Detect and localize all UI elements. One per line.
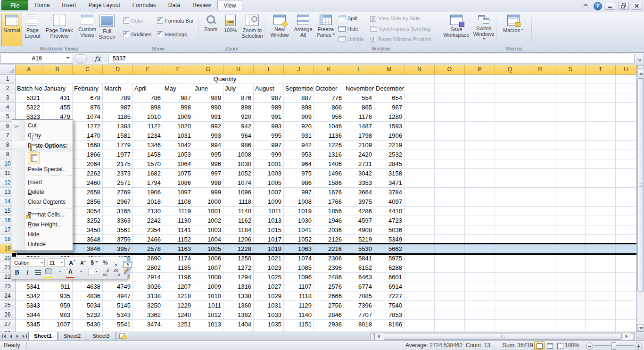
cell-I15[interactable]: 1011 <box>254 207 284 216</box>
cell-A24[interactable]: 5342 <box>16 292 42 301</box>
cell-R9[interactable] <box>525 150 555 159</box>
cell-R19[interactable] <box>525 244 555 254</box>
cell-F9[interactable]: 1053 <box>163 150 193 159</box>
cell-I20[interactable]: 1021 <box>254 254 284 263</box>
row-header-27[interactable]: 27 <box>0 320 16 329</box>
cell-P12[interactable] <box>465 178 495 188</box>
menu-item-paste-options[interactable]: Paste Options: <box>12 141 73 151</box>
cell-B26[interactable]: 983 <box>42 310 73 320</box>
cell-P23[interactable] <box>465 282 495 292</box>
cell-B2[interactable]: January <box>42 84 73 93</box>
column-header-A[interactable]: A <box>16 65 42 75</box>
cell-E7[interactable]: 1234 <box>133 131 163 141</box>
cell-O6[interactable] <box>435 122 465 131</box>
column-header-D[interactable]: D <box>103 65 133 75</box>
cell-H23[interactable]: 1316 <box>223 282 254 292</box>
cell-P26[interactable] <box>465 310 495 320</box>
cell-U1[interactable] <box>616 75 636 84</box>
cell-M7[interactable]: 1906 <box>374 131 405 141</box>
cell-D2[interactable]: March <box>103 84 133 93</box>
cell-J21[interactable]: 1085 <box>284 263 314 273</box>
cell-M10[interactable]: 2845 <box>374 159 405 169</box>
cell-G24[interactable]: 1010 <box>193 292 223 301</box>
cell-I8[interactable]: 997 <box>254 141 284 150</box>
cell-E21[interactable]: 2802 <box>133 263 163 273</box>
cell-C17[interactable]: 3450 <box>73 225 103 235</box>
cell-K19[interactable]: 2216 <box>314 244 344 254</box>
cell-A4[interactable]: 5322 <box>16 103 42 112</box>
cell-T22[interactable] <box>586 273 616 282</box>
cell-S21[interactable] <box>555 263 586 273</box>
menu-item-unhide[interactable]: Unhide <box>12 240 73 250</box>
cell-U26[interactable] <box>616 310 636 320</box>
cell-E4[interactable]: 898 <box>133 103 163 112</box>
cell-O23[interactable] <box>435 282 465 292</box>
name-box[interactable]: A19 <box>0 54 73 64</box>
cell-L19[interactable]: 5530 <box>344 244 374 254</box>
cell-M11[interactable]: 3158 <box>374 169 405 178</box>
cell-C3[interactable]: 678 <box>73 93 103 103</box>
cell-P1[interactable] <box>465 75 495 84</box>
cell-Q16[interactable] <box>495 216 525 225</box>
cell-T14[interactable] <box>586 197 616 207</box>
cell-I22[interactable]: 1025 <box>254 273 284 282</box>
cell-P16[interactable] <box>465 216 495 225</box>
cell-E11[interactable]: 1682 <box>133 169 163 178</box>
freeze-panes-button[interactable]: Freeze Panes <box>315 13 337 46</box>
cell-F7[interactable]: 1031 <box>163 131 193 141</box>
cell-C2[interactable]: February <box>73 84 103 93</box>
cell-G22[interactable]: 1008 <box>193 273 223 282</box>
cell-R2[interactable] <box>525 84 555 93</box>
cell-N6[interactable] <box>405 122 435 131</box>
cell-G2[interactable]: June <box>193 84 223 93</box>
cell-G7[interactable]: 993 <box>193 131 223 141</box>
cell-L12[interactable]: 3353 <box>344 178 374 188</box>
cell-K2[interactable]: October <box>314 84 344 93</box>
cell-G4[interactable]: 990 <box>193 103 223 112</box>
cell-A3[interactable]: 5321 <box>16 93 42 103</box>
cell-T21[interactable] <box>586 263 616 273</box>
cell-I24[interactable]: 1029 <box>254 292 284 301</box>
cell-R20[interactable] <box>525 254 555 263</box>
cell-T2[interactable] <box>586 84 616 93</box>
cell-N11[interactable] <box>405 169 435 178</box>
cell-I10[interactable]: 1001 <box>254 159 284 169</box>
cell-C25[interactable]: 5034 <box>73 301 103 310</box>
font-color-dropdown[interactable] <box>77 268 85 277</box>
cell-I2[interactable]: August <box>254 84 284 93</box>
cell-K26[interactable]: 2846 <box>314 310 344 320</box>
cell-L13[interactable]: 3664 <box>344 188 374 197</box>
cell-E25[interactable]: 3250 <box>133 301 163 310</box>
cell-T7[interactable] <box>586 131 616 141</box>
cell-C23[interactable]: 4638 <box>73 282 103 292</box>
cell-Q25[interactable] <box>495 301 525 310</box>
cell-U3[interactable] <box>616 93 636 103</box>
column-header-I[interactable]: I <box>254 65 284 75</box>
cell-M13[interactable]: 3784 <box>374 188 405 197</box>
cell-U2[interactable] <box>616 84 636 93</box>
cell-Q13[interactable] <box>495 188 525 197</box>
cell-H26[interactable]: 1382 <box>223 310 254 320</box>
cell-D3[interactable]: 789 <box>103 93 133 103</box>
cell-H5[interactable]: 920 <box>223 112 254 122</box>
previous-sheet-icon[interactable] <box>8 333 15 339</box>
cell-K27[interactable]: 2936 <box>314 320 344 329</box>
cell-P10[interactable] <box>465 159 495 169</box>
cell-T13[interactable] <box>586 188 616 197</box>
cell-J11[interactable]: 975 <box>284 169 314 178</box>
cell-L23[interactable]: 6774 <box>344 282 374 292</box>
shrink-font-button[interactable]: A <box>79 258 88 267</box>
cell-L24[interactable]: 7085 <box>344 292 374 301</box>
cell-L25[interactable]: 7396 <box>344 301 374 310</box>
italic-button[interactable]: I <box>23 268 32 277</box>
cell-P2[interactable] <box>465 84 495 93</box>
cell-E23[interactable]: 3026 <box>133 282 163 292</box>
cell-J24[interactable]: 1118 <box>284 292 314 301</box>
cell-I23[interactable]: 1027 <box>254 282 284 292</box>
cell-J16[interactable]: 1030 <box>284 216 314 225</box>
cell-N3[interactable] <box>405 93 435 103</box>
cell-J22[interactable]: 1096 <box>284 273 314 282</box>
cell-P9[interactable] <box>465 150 495 159</box>
cell-B4[interactable]: 455 <box>42 103 73 112</box>
cell-A23[interactable]: 5341 <box>16 282 42 292</box>
